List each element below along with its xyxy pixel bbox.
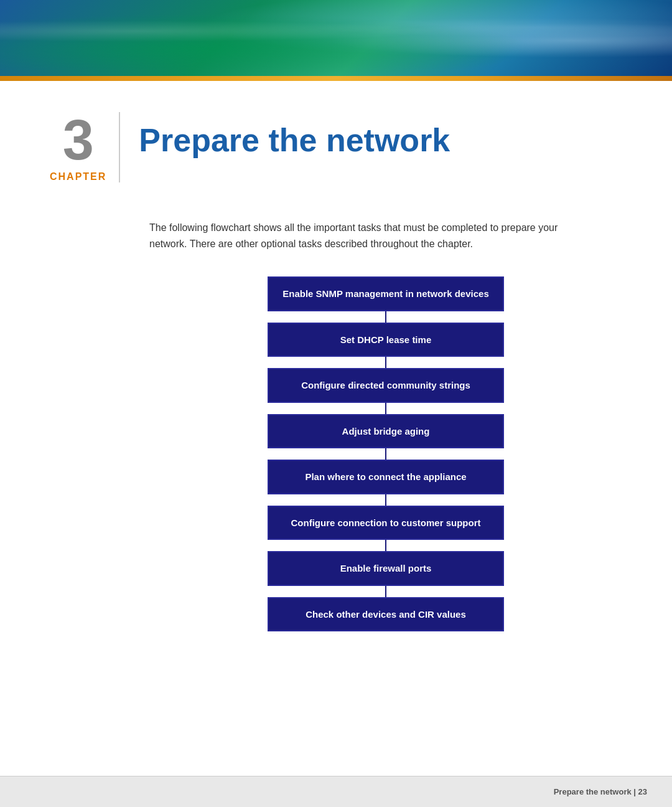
flow-step-7[interactable]: Enable firewall ports [268,551,504,586]
flow-connector [385,448,386,460]
flow-connector [385,540,386,551]
flow-step-8[interactable]: Check other devices and CIR values [268,597,504,632]
flow-step-2[interactable]: Set DHCP lease time [268,323,504,357]
flow-step-6[interactable]: Configure connection to customer support [268,506,504,540]
header-wave-decoration [0,12,672,50]
flow-step-4[interactable]: Adjust bridge aging [268,414,504,449]
intro-paragraph: The following flowchart shows all the im… [149,220,572,252]
chapter-number-block: 3 CHAPTER [50,112,120,182]
page-footer: Prepare the network | 23 [0,776,672,807]
flow-connector [385,403,386,414]
chapter-number: 3 [63,112,94,168]
flow-connector [385,494,386,506]
footer-text: Prepare the network | 23 [554,787,647,796]
header-banner [0,0,672,81]
flow-connector [385,311,386,323]
flow-connector [385,586,386,597]
flow-step-1[interactable]: Enable SNMP management in network device… [268,276,504,311]
main-content: The following flowchart shows all the im… [0,201,672,650]
chapter-label: CHAPTER [50,171,106,182]
chapter-title: Prepare the network [133,112,450,159]
flow-step-3[interactable]: Configure directed community strings [268,368,504,403]
chapter-header: 3 CHAPTER Prepare the network [0,81,672,201]
flow-step-5[interactable]: Plan where to connect the appliance [268,460,504,494]
flowchart: Enable SNMP management in network device… [268,276,504,631]
flow-connector [385,357,386,368]
